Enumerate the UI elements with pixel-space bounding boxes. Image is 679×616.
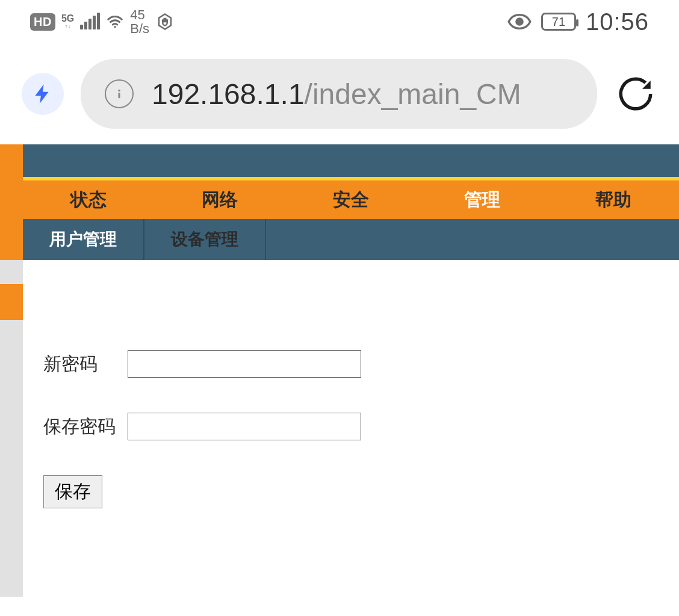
hd-badge: HD: [30, 13, 55, 31]
side-rail-orange: [0, 219, 23, 260]
site-info-icon[interactable]: [105, 79, 134, 108]
status-left: HD 5G ↑↓ 45 B/s: [30, 8, 175, 35]
reload-icon[interactable]: [614, 72, 657, 116]
nav-status[interactable]: 状态: [23, 180, 154, 219]
router-admin: 状态 网络 安全 管理 帮助 用户管理 设备管理 新密码 保存密码: [0, 144, 679, 597]
network-speed: 45 B/s: [130, 8, 149, 35]
signal-bars-icon: [80, 14, 100, 29]
sub-nav: 用户管理 设备管理: [23, 219, 679, 260]
svg-point-2: [516, 19, 522, 25]
svg-rect-4: [118, 93, 120, 98]
row-new-password: 新密码: [43, 350, 659, 378]
save-button[interactable]: 保存: [43, 475, 102, 508]
url-bar[interactable]: 192.168.1.1/index_main_CM: [81, 59, 597, 129]
subnav-user-management[interactable]: 用户管理: [23, 219, 144, 260]
row-confirm-password: 保存密码: [43, 413, 659, 440]
nav-management[interactable]: 管理: [417, 180, 548, 219]
banner: [23, 144, 679, 180]
nav-help[interactable]: 帮助: [548, 180, 679, 219]
input-new-password[interactable]: [128, 350, 361, 378]
bolt-icon[interactable]: [22, 73, 64, 115]
label-new-password: 新密码: [43, 352, 128, 377]
subnav-device-management[interactable]: 设备管理: [144, 219, 266, 260]
main-nav: 状态 网络 安全 管理 帮助: [23, 180, 679, 219]
side-rail-orange: [0, 144, 23, 180]
status-right: 71 10:56: [507, 8, 649, 35]
status-bar: HD 5G ↑↓ 45 B/s: [0, 0, 679, 43]
block-hand-icon: [155, 12, 175, 31]
nav-network[interactable]: 网络: [154, 180, 285, 219]
nav-security[interactable]: 安全: [285, 180, 417, 219]
eye-icon: [507, 13, 532, 31]
clock: 10:56: [586, 8, 649, 35]
battery-indicator: 71: [541, 13, 576, 31]
left-rail: [0, 260, 23, 597]
input-confirm-password[interactable]: [128, 413, 361, 440]
label-confirm-password: 保存密码: [43, 414, 128, 439]
svg-point-3: [118, 90, 120, 92]
browser-bar: 192.168.1.1/index_main_CM: [0, 43, 679, 144]
network-5g-icon: 5G ↑↓: [61, 14, 74, 28]
side-rail-orange: [0, 180, 23, 219]
wifi-icon: [106, 13, 124, 31]
content-area: 新密码 保存密码 保存: [23, 260, 679, 597]
svg-point-0: [114, 26, 116, 28]
url-text: 192.168.1.1/index_main_CM: [152, 78, 521, 111]
